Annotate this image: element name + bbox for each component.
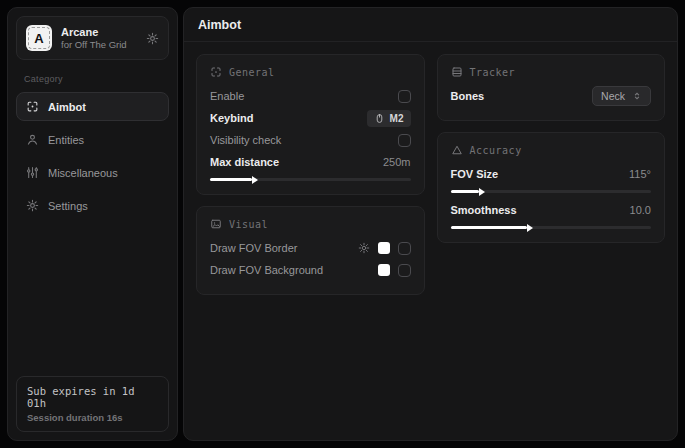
accuracy-panel: Accuracy FOV Size 115° Smoothness 10.0 <box>437 132 666 243</box>
visual-panel-title: Visual <box>229 219 268 230</box>
bones-selected-value: Neck <box>601 90 625 102</box>
visual-panel-header: Visual <box>210 218 411 230</box>
app-title: Arcane <box>61 26 137 38</box>
visual-panel: Visual Draw FOV Border Draw <box>196 206 425 295</box>
fov-size-row: FOV Size 115° <box>451 163 652 185</box>
slider-fill <box>451 226 527 229</box>
max-distance-slider[interactable] <box>210 178 411 181</box>
fov-background-checkbox[interactable] <box>398 264 411 277</box>
max-distance-label: Max distance <box>210 156 279 168</box>
triangle-icon <box>451 144 463 156</box>
gear-icon[interactable] <box>146 32 159 45</box>
sidebar-item-entities[interactable]: Entities <box>16 125 169 154</box>
entities-icon <box>26 133 39 146</box>
main-content: General Enable Keybind M2 <box>184 42 677 307</box>
max-distance-row: Max distance 250m <box>210 151 411 173</box>
enable-row: Enable <box>210 85 411 107</box>
visibility-check-checkbox[interactable] <box>398 134 411 147</box>
tracker-panel-header: Tracker <box>451 66 652 78</box>
right-column: Tracker Bones Neck <box>437 54 666 243</box>
sidebar-item-label: Entities <box>48 134 84 146</box>
max-distance-value: 250m <box>383 156 411 168</box>
tracker-panel: Tracker Bones Neck <box>437 54 666 121</box>
keybind-button[interactable]: M2 <box>367 110 411 127</box>
keybind-value: M2 <box>390 113 404 124</box>
smoothness-row: Smoothness 10.0 <box>451 199 652 221</box>
fov-size-value: 115° <box>629 168 651 180</box>
scope-icon <box>210 66 222 78</box>
sub-expiry-text: Sub expires in 1d 01h <box>27 385 158 409</box>
page-title: Aimbot <box>198 18 663 32</box>
smoothness-value: 10.0 <box>630 204 651 216</box>
sidebar-nav: Aimbot Entities Miscellaneous Settings <box>16 92 169 220</box>
logo-letter: A <box>34 31 43 46</box>
bones-row: Bones Neck <box>451 85 652 107</box>
main-panel: Aimbot General Enable <box>183 7 678 441</box>
fov-border-checkbox[interactable] <box>398 242 411 255</box>
visibility-check-row: Visibility check <box>210 129 411 151</box>
main-header: Aimbot <box>184 8 677 42</box>
gear-icon <box>26 199 39 212</box>
fov-background-color-swatch[interactable] <box>378 264 390 276</box>
sidebar-item-miscellaneous[interactable]: Miscellaneous <box>16 158 169 187</box>
accuracy-panel-title: Accuracy <box>470 145 522 156</box>
crosshair-icon <box>26 100 39 113</box>
enable-checkbox[interactable] <box>398 90 411 103</box>
general-panel-header: General <box>210 66 411 78</box>
fov-background-label: Draw FOV Background <box>210 264 323 276</box>
sidebar: A Arcane for Off The Grid Category Aimbo… <box>7 7 178 441</box>
general-panel: General Enable Keybind M2 <box>196 54 425 195</box>
fov-border-label: Draw FOV Border <box>210 242 297 254</box>
brand-card: A Arcane for Off The Grid <box>16 16 169 60</box>
left-column: General Enable Keybind M2 <box>196 54 425 295</box>
keybind-label: Keybind <box>210 112 253 124</box>
slider-fill <box>451 190 479 193</box>
visibility-check-label: Visibility check <box>210 134 281 146</box>
brand-text: Arcane for Off The Grid <box>61 26 137 50</box>
bones-select[interactable]: Neck <box>592 86 651 106</box>
sidebar-item-label: Miscellaneous <box>48 167 118 179</box>
tracker-panel-title: Tracker <box>470 67 516 78</box>
app-subtitle: for Off The Grid <box>61 39 137 50</box>
fov-border-controls <box>358 242 411 255</box>
session-duration-text: Session duration 16s <box>27 412 158 423</box>
bones-label: Bones <box>451 90 485 102</box>
sliders-icon <box>26 166 39 179</box>
sidebar-item-label: Settings <box>48 200 88 212</box>
image-icon <box>210 218 222 230</box>
fov-background-controls <box>378 264 411 277</box>
fov-border-color-swatch[interactable] <box>378 242 390 254</box>
app-logo: A <box>26 25 52 51</box>
sidebar-item-label: Aimbot <box>48 101 86 113</box>
subscription-card: Sub expires in 1d 01h Session duration 1… <box>16 376 169 432</box>
enable-label: Enable <box>210 90 244 102</box>
smoothness-label: Smoothness <box>451 204 517 216</box>
sidebar-item-settings[interactable]: Settings <box>16 191 169 220</box>
mouse-icon <box>374 113 385 124</box>
fov-size-label: FOV Size <box>451 168 499 180</box>
accuracy-panel-header: Accuracy <box>451 144 652 156</box>
smoothness-slider[interactable] <box>451 226 652 229</box>
fov-background-row: Draw FOV Background <box>210 259 411 281</box>
gear-icon[interactable] <box>358 242 370 254</box>
category-label: Category <box>24 74 161 84</box>
slider-fill <box>210 178 252 181</box>
layers-icon <box>451 66 463 78</box>
general-panel-title: General <box>229 67 275 78</box>
fov-border-row: Draw FOV Border <box>210 237 411 259</box>
fov-size-slider[interactable] <box>451 190 652 193</box>
keybind-row: Keybind M2 <box>210 107 411 129</box>
app-window: A Arcane for Off The Grid Category Aimbo… <box>0 0 685 448</box>
sidebar-item-aimbot[interactable]: Aimbot <box>16 92 169 121</box>
chevron-updown-icon <box>632 91 642 101</box>
